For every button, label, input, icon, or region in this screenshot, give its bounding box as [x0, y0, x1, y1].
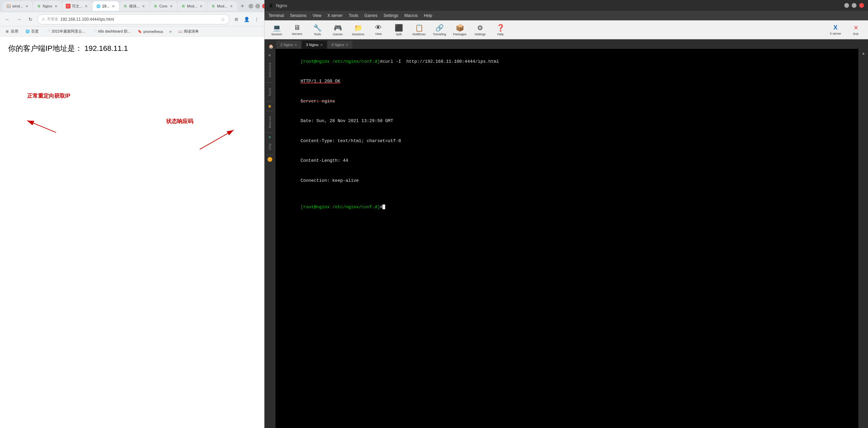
tab-mod3[interactable]: N Mod... ✕ — [208, 1, 237, 11]
terminal-tab-4-close[interactable]: ✕ — [346, 43, 348, 47]
bookmark-baidu[interactable]: 🌐 百度 — [23, 28, 41, 35]
menu-view[interactable]: View — [310, 12, 324, 19]
terminal-body: « Sessions Tools ★ Macros ≡ Sftp [root@n… — [264, 49, 868, 428]
terminal-tab-2[interactable]: 2 Nginx ✕ — [276, 41, 301, 49]
terminal-tab-3[interactable]: 3 Nginx ✕ — [302, 41, 327, 49]
toolbar-servers-button[interactable]: 🖥 Servers — [288, 22, 307, 38]
tab-19[interactable]: 🌐 19... ✕ — [93, 1, 119, 11]
extensions-button[interactable]: ⊞ — [232, 15, 241, 24]
tab-label-19: 19... — [102, 4, 109, 8]
bookmarks-more[interactable]: » — [168, 28, 173, 35]
toolbar-xserver-button[interactable]: X X server — [826, 22, 845, 38]
ip-label: 你的客户端IP地址是： — [8, 44, 82, 53]
toolbar-exit-button[interactable]: ✕ Exit — [846, 22, 865, 38]
content-type-line: Content-Type: text/html; charset=utf-8 — [300, 138, 401, 143]
multiexec-icon: 📋 — [415, 24, 423, 32]
menu-button[interactable]: ⋮ — [252, 15, 261, 24]
new-tab-button[interactable]: + — [238, 1, 247, 11]
forward-button[interactable]: → — [14, 15, 24, 24]
tab-mod2[interactable]: N Mod... ✕ — [178, 1, 207, 11]
reload-button[interactable]: ↻ — [26, 15, 35, 24]
toolbar-packages-button[interactable]: 📦 Packages — [450, 22, 469, 38]
menu-macros[interactable]: Macros — [402, 12, 420, 19]
menu-games[interactable]: Games — [362, 12, 380, 19]
bookmark-yuedu[interactable]: 📖 阅读清单 — [176, 28, 201, 35]
browser-window: 🪟 wind... ✕ N Nginx ✕ C 写文... ✕ 🌐 19... … — [0, 0, 264, 428]
terminal-tab-4-label: 4 Nginx — [332, 43, 344, 47]
toolbar-sessions2-button[interactable]: 📁 Sessions — [349, 22, 368, 38]
toolbar-session-label: Session — [271, 33, 282, 36]
browser-minimize-button[interactable] — [249, 4, 253, 8]
menu-sessions[interactable]: Sessions — [287, 12, 309, 19]
tab-nginx1[interactable]: N Nginx ✕ — [33, 1, 62, 11]
connection-line: Connection: keep-alive — [300, 178, 359, 183]
sidebar-sessions-button[interactable]: Sessions — [268, 60, 272, 80]
terminal-tab-3-close[interactable]: ✕ — [320, 43, 323, 47]
terminal-tab-2-close[interactable]: ✕ — [294, 43, 297, 47]
tab-close-mod3[interactable]: ✕ — [229, 4, 234, 8]
toolbar-sessions2-label: Sessions — [352, 33, 364, 36]
toolbar-help-label: Help — [497, 33, 504, 36]
toolbar-settings-button[interactable]: ⚙ Settings — [471, 22, 490, 38]
tab-mod1[interactable]: N 模块... ✕ — [120, 1, 149, 11]
menu-help[interactable]: Help — [421, 12, 435, 19]
tab-close-mod2[interactable]: ✕ — [199, 4, 203, 8]
tab-favicon-nginx1: N — [37, 4, 41, 8]
menu-settings[interactable]: Settings — [381, 12, 401, 19]
terminal-close-button[interactable] — [859, 3, 864, 8]
terminal-maximize-button[interactable] — [852, 3, 856, 8]
terminal-line-server: Server: nginx — [279, 91, 854, 111]
bookmark-k8s[interactable]: 📄 k8s dashboard 部... — [90, 28, 133, 35]
bookmark-prometheus[interactable]: 🔖 prometheus — [135, 28, 165, 35]
toolbar-session-button[interactable]: 💻 Session — [267, 22, 286, 38]
sftp-icon[interactable]: ≡ — [269, 135, 271, 139]
toolbar-help-button[interactable]: ❓ Help — [491, 22, 510, 38]
browser-content: 你的客户端IP地址是： 192.168.11.1 正常重定向获取IP 状态响应码 — [0, 37, 264, 428]
tab-favicon-core: N — [153, 4, 158, 8]
command-1: #curl -I http://192.168.11.100:4444/ips.… — [380, 59, 499, 64]
terminal-content[interactable]: [root@nginx /etc/nginx/conf.d]#curl -I h… — [275, 49, 859, 428]
menu-xserver[interactable]: X server — [325, 12, 346, 19]
toolbar-tunneling-button[interactable]: 🔗 Tunneling — [430, 22, 449, 38]
tab-close-nginx1[interactable]: ✕ — [54, 4, 58, 8]
profile-button[interactable]: 👤 — [242, 15, 251, 24]
toolbar-view-button[interactable]: 👁 View — [369, 22, 388, 38]
browser-maximize-button[interactable] — [255, 4, 260, 8]
tab-label-mod3: Mod... — [217, 4, 228, 8]
bookmark-apps[interactable]: ⊞ 应用 — [3, 28, 20, 35]
address-bar[interactable]: ⚠ 不安全 192.168.11.100:4444/ips.html ☆ — [37, 14, 230, 24]
toolbar-split-button[interactable]: ⬛ Split — [389, 22, 408, 38]
toolbar-packages-label: Packages — [453, 33, 467, 36]
sidebar-macros-button[interactable]: Macros — [268, 113, 272, 131]
sidebar-collapse-button[interactable]: « — [265, 52, 275, 58]
toolbar-multiexec-button[interactable]: 📋 MultiExec — [410, 22, 429, 38]
back-button[interactable]: ← — [3, 15, 12, 24]
bookmark-aliyun[interactable]: 📄 2021年最新阿里云... — [43, 28, 87, 35]
tab-close-write[interactable]: ✕ — [84, 4, 88, 8]
tab-close-wind[interactable]: ✕ — [24, 4, 29, 8]
menu-tools[interactable]: Tools — [346, 12, 361, 19]
tab-close-19[interactable]: ✕ — [111, 4, 116, 8]
prompt-1: [root@nginx /etc/nginx/conf.d] — [300, 59, 380, 64]
terminal-window: 🖥 Nginx Terminal Sessions View X server … — [264, 0, 868, 428]
address-text: 192.168.11.100:4444/ips.html — [60, 17, 219, 22]
tunneling-icon: 🔗 — [435, 24, 444, 32]
games-icon: 🎮 — [334, 24, 342, 32]
content-length-line: Content-Length: 44 — [300, 158, 348, 163]
tab-wind[interactable]: 🪟 wind... ✕ — [3, 1, 33, 11]
sidebar-sftp-button[interactable]: Sftp — [268, 140, 272, 153]
scroll-up-button[interactable]: ▲ — [861, 50, 866, 56]
servers-icon: 🖥 — [294, 24, 300, 32]
tab-close-core[interactable]: ✕ — [169, 4, 174, 8]
toolbar-games-button[interactable]: 🎮 Games — [328, 22, 347, 38]
toolbar-tools-button[interactable]: 🔧 Tools — [308, 22, 327, 38]
toolbar-exit-label: Exit — [853, 32, 858, 36]
menu-terminal[interactable]: Terminal — [266, 12, 287, 19]
sidebar-tools-button[interactable]: Tools — [268, 85, 272, 99]
tab-write[interactable]: C 写文... ✕ — [62, 1, 92, 11]
tab-core[interactable]: N Core ✕ — [150, 1, 177, 11]
tab-close-mod1[interactable]: ✕ — [141, 4, 146, 8]
terminal-tab-4[interactable]: 4 Nginx ✕ — [328, 41, 352, 49]
terminal-minimize-button[interactable] — [844, 3, 849, 8]
tab-label-mod2: Mod... — [187, 4, 198, 8]
